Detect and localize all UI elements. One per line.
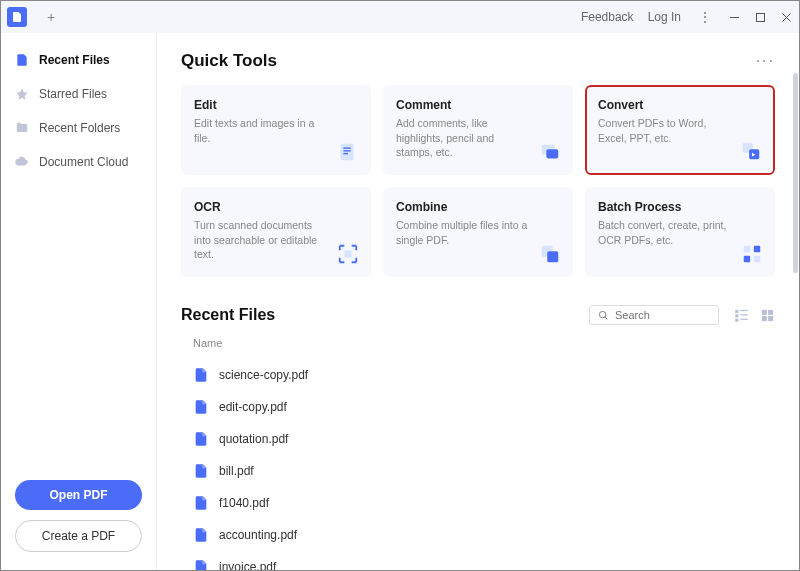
sidebar-item-label: Starred Files	[39, 87, 107, 101]
search-box[interactable]	[589, 305, 719, 325]
comment-icon	[538, 140, 562, 164]
search-input[interactable]	[615, 309, 710, 321]
tool-desc: Turn scanned documents into searchable o…	[194, 218, 358, 262]
pdf-file-icon	[193, 527, 209, 543]
pdf-file-icon	[193, 431, 209, 447]
pdf-file-icon	[193, 559, 209, 570]
svg-rect-21	[735, 310, 738, 313]
tool-desc: Convert PDFs to Word, Excel, PPT, etc.	[598, 116, 762, 145]
file-name: invoice.pdf	[219, 560, 276, 570]
column-header-name: Name	[193, 337, 775, 349]
svg-rect-30	[768, 316, 773, 321]
svg-rect-12	[344, 250, 351, 257]
file-row[interactable]: edit-copy.pdf	[193, 391, 775, 423]
convert-icon	[739, 139, 763, 163]
file-row[interactable]: bill.pdf	[193, 455, 775, 487]
titlebar: + Feedback Log In ⋮	[1, 1, 799, 33]
svg-rect-22	[740, 310, 748, 311]
pdf-file-icon	[193, 495, 209, 511]
svg-rect-5	[343, 147, 350, 148]
main-content: Quick Tools ··· Edit Edit texts and imag…	[157, 33, 799, 570]
file-name: bill.pdf	[219, 464, 254, 478]
search-icon	[598, 310, 609, 321]
file-row[interactable]: f1040.pdf	[193, 487, 775, 519]
grid-view-button[interactable]	[759, 307, 775, 323]
tool-edit[interactable]: Edit Edit texts and images in a file.	[181, 85, 371, 175]
feedback-link[interactable]: Feedback	[581, 10, 634, 24]
login-link[interactable]: Log In	[648, 10, 681, 24]
file-name: accounting.pdf	[219, 528, 297, 542]
svg-rect-24	[740, 314, 748, 315]
sidebar-item-recent-files[interactable]: Recent Files	[1, 43, 156, 77]
app-icon	[7, 7, 27, 27]
tool-convert[interactable]: Convert Convert PDFs to Word, Excel, PPT…	[585, 85, 775, 175]
star-icon	[15, 87, 29, 101]
new-tab-button[interactable]: +	[39, 5, 63, 29]
more-icon[interactable]: ···	[756, 52, 775, 70]
recent-files-title: Recent Files	[181, 306, 589, 324]
ocr-icon	[336, 242, 360, 266]
file-icon	[15, 53, 29, 67]
create-pdf-button[interactable]: Create a PDF	[15, 520, 142, 552]
svg-rect-18	[754, 256, 760, 262]
pdf-file-icon	[193, 463, 209, 479]
quick-tools-title: Quick Tools	[181, 51, 277, 71]
svg-rect-6	[343, 150, 350, 151]
tool-title: Comment	[396, 98, 560, 112]
tool-combine[interactable]: Combine Combine multiple files into a si…	[383, 187, 573, 277]
maximize-button[interactable]	[747, 2, 773, 32]
close-button[interactable]	[773, 2, 799, 32]
tool-batch-process[interactable]: Batch Process Batch convert, create, pri…	[585, 187, 775, 277]
sidebar-item-recent-folders[interactable]: Recent Folders	[1, 111, 156, 145]
file-list: Name science-copy.pdf edit-copy.pdf quot…	[181, 337, 775, 570]
sidebar-item-starred-files[interactable]: Starred Files	[1, 77, 156, 111]
svg-rect-23	[735, 314, 738, 317]
file-name: quotation.pdf	[219, 432, 288, 446]
svg-rect-14	[547, 251, 558, 262]
file-row[interactable]: science-copy.pdf	[193, 359, 775, 391]
svg-rect-25	[735, 318, 738, 321]
file-row[interactable]: quotation.pdf	[193, 423, 775, 455]
svg-rect-4	[341, 144, 354, 161]
file-name: f1040.pdf	[219, 496, 269, 510]
file-name: edit-copy.pdf	[219, 400, 287, 414]
quick-tools-grid: Edit Edit texts and images in a file. Co…	[181, 85, 775, 277]
batch-icon	[740, 242, 764, 266]
combine-icon	[538, 242, 562, 266]
svg-rect-15	[744, 246, 750, 252]
tool-comment[interactable]: Comment Add comments, like highlights, p…	[383, 85, 573, 175]
tool-desc: Edit texts and images in a file.	[194, 116, 358, 145]
svg-rect-28	[768, 310, 773, 315]
pdf-file-icon	[193, 399, 209, 415]
file-row[interactable]: accounting.pdf	[193, 519, 775, 551]
tool-desc: Batch convert, create, print, OCR PDFs, …	[598, 218, 762, 247]
svg-line-20	[605, 317, 607, 319]
file-row[interactable]: invoice.pdf	[193, 551, 775, 570]
tool-title: Combine	[396, 200, 560, 214]
tool-title: Edit	[194, 98, 358, 112]
sidebar-item-document-cloud[interactable]: Document Cloud	[1, 145, 156, 179]
svg-point-19	[599, 311, 605, 317]
svg-rect-7	[343, 153, 348, 154]
sidebar-item-label: Recent Folders	[39, 121, 120, 135]
svg-rect-17	[744, 256, 750, 262]
scrollbar[interactable]	[793, 73, 798, 273]
tool-title: OCR	[194, 200, 358, 214]
more-menu-button[interactable]: ⋮	[695, 2, 715, 32]
svg-rect-29	[761, 316, 766, 321]
tool-desc: Add comments, like highlights, pencil an…	[396, 116, 560, 160]
tool-title: Convert	[598, 98, 762, 112]
svg-rect-27	[761, 310, 766, 315]
list-view-button[interactable]	[733, 307, 749, 323]
tool-title: Batch Process	[598, 200, 762, 214]
folder-icon	[15, 121, 29, 135]
svg-rect-26	[740, 318, 748, 319]
sidebar-item-label: Recent Files	[39, 53, 110, 67]
svg-rect-16	[754, 246, 760, 252]
open-pdf-button[interactable]: Open PDF	[15, 480, 142, 510]
tool-ocr[interactable]: OCR Turn scanned documents into searchab…	[181, 187, 371, 277]
tool-desc: Combine multiple files into a single PDF…	[396, 218, 560, 247]
edit-icon	[336, 140, 360, 164]
sidebar: Recent Files Starred Files Recent Folder…	[1, 33, 157, 570]
minimize-button[interactable]	[721, 2, 747, 32]
